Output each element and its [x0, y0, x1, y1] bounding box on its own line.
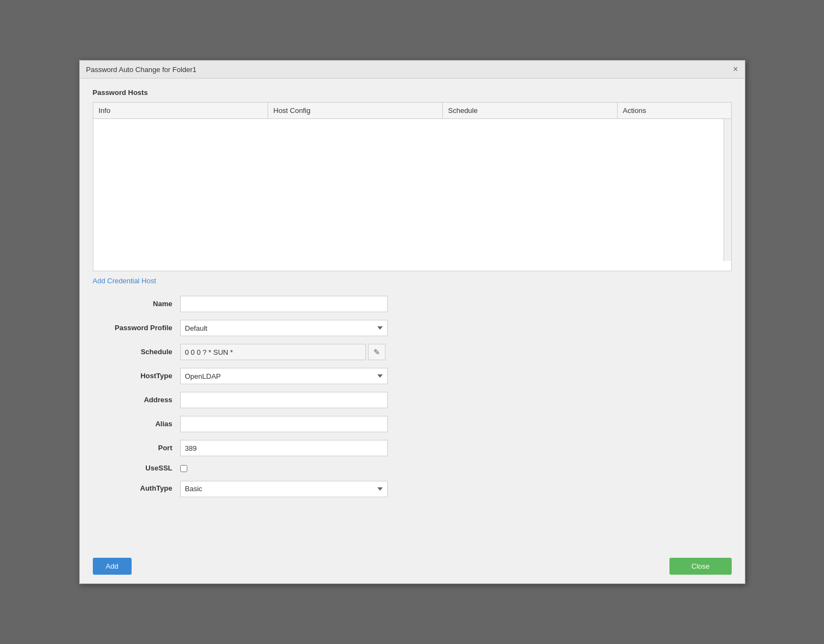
port-input[interactable]: [180, 440, 388, 456]
dialog-window: Password Auto Change for Folder1 × Passw…: [79, 60, 745, 584]
host-type-row: HostType OpenLDAP: [93, 368, 732, 384]
port-row: Port: [93, 440, 732, 456]
table-header-info: Info: [93, 103, 268, 118]
scrollbar[interactable]: [724, 119, 731, 261]
use-ssl-row: UseSSL: [93, 464, 732, 473]
schedule-wrapper: ✎: [180, 344, 386, 360]
password-profile-label: Password Profile: [93, 324, 180, 333]
close-button[interactable]: Close: [669, 558, 731, 575]
alias-label: Alias: [93, 420, 180, 429]
dialog-title: Password Auto Change for Folder1: [86, 65, 197, 74]
name-row: Name: [93, 296, 732, 312]
use-ssl-checkbox-wrapper: [180, 465, 187, 472]
dialog-close-button[interactable]: ×: [733, 65, 738, 74]
name-label: Name: [93, 300, 180, 309]
password-hosts-title: Password Hosts: [93, 88, 732, 97]
add-button[interactable]: Add: [93, 558, 132, 575]
use-ssl-label: UseSSL: [93, 464, 180, 473]
name-input[interactable]: [180, 296, 388, 312]
table-body[interactable]: [93, 119, 731, 261]
host-type-label: HostType: [93, 372, 180, 381]
password-profile-select[interactable]: Default: [180, 320, 388, 336]
form-section: Name Password Profile Default Schedule ✎: [93, 296, 732, 505]
schedule-input[interactable]: [180, 344, 366, 360]
password-profile-row: Password Profile Default: [93, 320, 732, 336]
alias-input[interactable]: [180, 416, 388, 432]
table-header-actions: Actions: [618, 103, 731, 118]
auth-type-row: AuthType Basic: [93, 481, 732, 497]
auth-type-label: AuthType: [93, 484, 180, 493]
table-header-schedule: Schedule: [443, 103, 618, 118]
schedule-row: Schedule ✎: [93, 344, 732, 360]
table-header: Info Host Config Schedule Actions: [93, 103, 731, 119]
host-type-select[interactable]: OpenLDAP: [180, 368, 388, 384]
add-credential-host-link[interactable]: Add Credential Host: [93, 277, 732, 285]
password-hosts-table: Info Host Config Schedule Actions: [93, 102, 732, 271]
alias-row: Alias: [93, 416, 732, 432]
address-input[interactable]: [180, 392, 388, 408]
title-bar: Password Auto Change for Folder1 ×: [80, 61, 745, 79]
schedule-edit-icon: ✎: [374, 348, 380, 356]
port-label: Port: [93, 444, 180, 453]
schedule-label: Schedule: [93, 348, 180, 357]
dialog-body: Password Hosts Info Host Config Schedule…: [80, 79, 745, 551]
auth-type-select[interactable]: Basic: [180, 481, 388, 497]
address-row: Address: [93, 392, 732, 408]
table-header-host-config: Host Config: [268, 103, 443, 118]
schedule-edit-button[interactable]: ✎: [368, 344, 386, 360]
dialog-footer: Add Close: [80, 551, 745, 583]
use-ssl-checkbox[interactable]: [180, 465, 187, 472]
address-label: Address: [93, 396, 180, 405]
